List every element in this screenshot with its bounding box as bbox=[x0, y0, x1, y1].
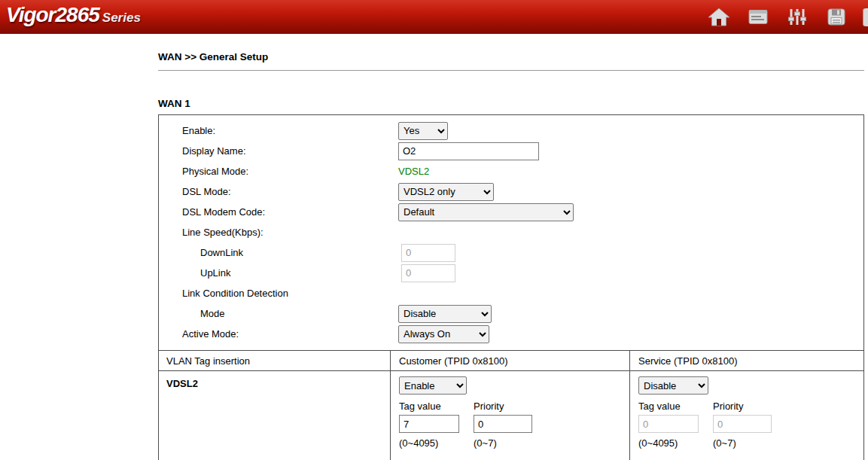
service-priority-range: (0~7) bbox=[713, 437, 736, 449]
top-banner: Vigor2865Series bbox=[0, 0, 868, 34]
brand-name: Vigor2865 bbox=[6, 3, 99, 26]
vlan-customer-cell: Enable Tag value Priority (0~4095) bbox=[390, 371, 629, 460]
line-speed-label: Line Speed(Kbps): bbox=[159, 227, 398, 238]
customer-tag-input[interactable] bbox=[399, 415, 459, 433]
detection-mode-select[interactable]: Disable bbox=[398, 305, 492, 323]
link-condition-row: Link Condition Detection bbox=[159, 283, 863, 303]
enable-select[interactable]: Yes bbox=[398, 122, 448, 140]
active-mode-select[interactable]: Always On bbox=[398, 325, 489, 343]
physical-mode-value: VDSL2 bbox=[398, 166, 429, 177]
downlink-label: DownLink bbox=[159, 247, 398, 258]
partial-icon[interactable] bbox=[863, 8, 868, 26]
service-tag-range: (0~4095) bbox=[638, 437, 713, 449]
vlan-service-state-select[interactable]: Disable bbox=[638, 376, 708, 395]
uplink-input bbox=[401, 264, 455, 282]
brand-series: Series bbox=[102, 11, 141, 25]
physical-mode-row: Physical Mode: VDSL2 bbox=[159, 161, 863, 181]
vlan-header-customer: Customer (TPID 0x8100) bbox=[390, 351, 629, 370]
display-name-label: Display Name: bbox=[159, 145, 398, 157]
active-mode-row: Active Mode: Always On bbox=[159, 324, 863, 344]
active-mode-label: Active Mode: bbox=[159, 328, 398, 340]
display-name-row: Display Name: bbox=[159, 141, 863, 161]
downlink-row: DownLink bbox=[159, 242, 863, 263]
main-content: WAN >> General Setup WAN 1 Enable: Yes D… bbox=[158, 51, 864, 460]
detection-mode-row: Mode Disable bbox=[159, 303, 863, 324]
customer-priority-input[interactable] bbox=[474, 415, 532, 433]
display-name-input[interactable] bbox=[398, 142, 539, 160]
dsl-mode-row: DSL Mode: VDSL2 only bbox=[159, 181, 863, 202]
console-pages-icon[interactable] bbox=[745, 7, 771, 28]
vlan-header-insertion: VLAN Tag insertion bbox=[159, 351, 390, 370]
sliders-icon[interactable] bbox=[784, 7, 810, 28]
dsl-modem-code-select[interactable]: Default bbox=[398, 203, 574, 221]
save-icon[interactable] bbox=[824, 7, 849, 28]
customer-priority-label: Priority bbox=[474, 401, 504, 412]
vlan-row-label: VDSL2 bbox=[159, 371, 390, 460]
detection-mode-label: Mode bbox=[159, 308, 398, 319]
brand-logo: Vigor2865Series bbox=[6, 3, 141, 27]
wan1-settings-panel: Enable: Yes Display Name: Physical Mode:… bbox=[158, 114, 864, 460]
vlan-customer-state-select[interactable]: Enable bbox=[399, 376, 467, 395]
service-priority-input bbox=[713, 415, 772, 433]
dsl-modem-code-label: DSL Modem Code: bbox=[159, 206, 398, 218]
service-priority-label: Priority bbox=[713, 401, 743, 412]
dsl-mode-select[interactable]: VDSL2 only bbox=[398, 183, 494, 201]
breadcrumb: WAN >> General Setup bbox=[158, 51, 864, 62]
wan1-form: Enable: Yes Display Name: Physical Mode:… bbox=[159, 115, 863, 350]
service-tag-label: Tag value bbox=[638, 401, 713, 412]
uplink-label: UpLink bbox=[159, 267, 398, 279]
link-condition-label: Link Condition Detection bbox=[159, 288, 398, 299]
enable-label: Enable: bbox=[159, 125, 398, 136]
divider bbox=[158, 70, 864, 71]
physical-mode-label: Physical Mode: bbox=[159, 166, 398, 177]
customer-tag-range: (0~4095) bbox=[399, 437, 474, 449]
uplink-row: UpLink bbox=[159, 263, 863, 283]
vlan-service-cell: Disable Tag value Priority (0~4095) bbox=[629, 371, 863, 460]
vlan-header-service: Service (TPID 0x8100) bbox=[629, 351, 863, 370]
dsl-mode-label: DSL Mode: bbox=[159, 186, 398, 197]
downlink-input bbox=[401, 244, 455, 262]
banner-nav bbox=[706, 0, 868, 34]
vlan-vdsl2-row: VDSL2 Enable Tag value Priority bbox=[159, 370, 863, 460]
home-icon[interactable] bbox=[706, 7, 732, 28]
wan1-section-title: WAN 1 bbox=[158, 98, 864, 109]
enable-row: Enable: Yes bbox=[159, 120, 863, 141]
customer-priority-range: (0~7) bbox=[474, 437, 497, 449]
customer-tag-label: Tag value bbox=[399, 401, 474, 412]
vlan-table-header: VLAN Tag insertion Customer (TPID 0x8100… bbox=[159, 350, 863, 370]
service-tag-input bbox=[638, 415, 699, 433]
line-speed-row: Line Speed(Kbps): bbox=[159, 222, 863, 242]
dsl-modem-code-row: DSL Modem Code: Default bbox=[159, 202, 863, 222]
